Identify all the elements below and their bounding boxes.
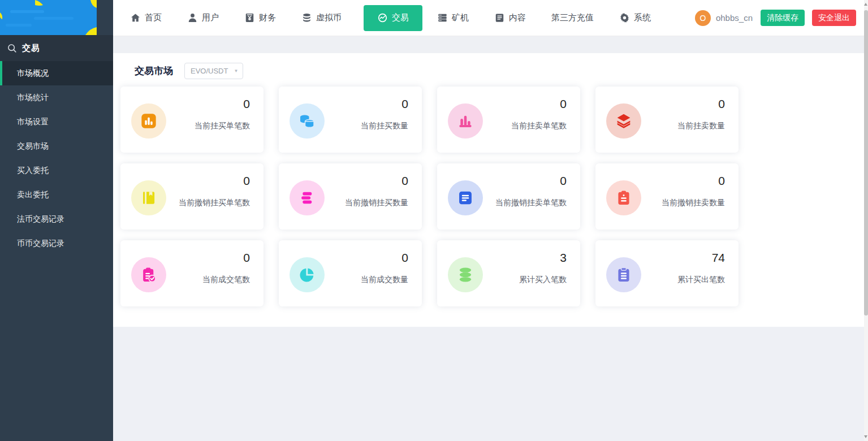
sidebar-section-header: 交易 bbox=[0, 35, 113, 61]
stat-label: 当前挂卖单笔数 bbox=[511, 121, 567, 131]
sidebar-item-trade-market[interactable]: 交易市场 bbox=[0, 134, 113, 158]
top-navbar: 首页 用户 财务 虚拟币 交易 bbox=[113, 0, 864, 36]
pie-chart-icon-circle bbox=[290, 257, 325, 292]
stat-value: 0 bbox=[511, 97, 567, 111]
logout-button[interactable]: 安全退出 bbox=[812, 10, 856, 26]
gear-icon bbox=[619, 12, 630, 23]
nav-item-user[interactable]: 用户 bbox=[187, 12, 219, 23]
admin-dashboard: 交易 市场概况 市场统计 市场设置 交易市场 买入委托 卖出委托 法币交易记录 … bbox=[0, 0, 868, 441]
stat-label: 当前撤销挂买数量 bbox=[345, 198, 408, 208]
layers-icon bbox=[615, 112, 633, 130]
page-title: 交易市场 bbox=[135, 64, 173, 77]
sidebar-item-market-overview[interactable]: 市场概况 bbox=[0, 61, 113, 85]
document-icon bbox=[456, 189, 474, 207]
logo-image bbox=[0, 0, 97, 35]
sidebar-item-buy-orders[interactable]: 买入委托 bbox=[0, 158, 113, 183]
scrollbar-thumb[interactable] bbox=[864, 10, 868, 315]
nav-item-trade[interactable]: 交易 bbox=[364, 5, 422, 31]
market-select[interactable]: EVO/USDT ▼ bbox=[184, 63, 243, 79]
stat-card-pending-buy-orders: 0 当前挂买单笔数 bbox=[120, 87, 264, 153]
bar-chart-square-icon bbox=[140, 112, 158, 130]
nav-item-label: 首页 bbox=[145, 12, 162, 23]
nav-item-label: 系统 bbox=[634, 12, 651, 23]
clipboard-lines-icon-circle bbox=[606, 257, 641, 292]
stat-card-cancelled-buy-orders: 0 当前撤销挂买单笔数 bbox=[120, 163, 264, 230]
bar-chart-icon-circle bbox=[448, 103, 483, 139]
scroll-up-arrow-icon[interactable] bbox=[864, 3, 867, 6]
pie-chart-icon bbox=[298, 266, 316, 284]
nav-item-home[interactable]: 首页 bbox=[130, 12, 162, 23]
database-icon bbox=[456, 266, 474, 284]
book-icon bbox=[140, 189, 158, 207]
market-panel: 交易市场 EVO/USDT ▼ 0 当前挂买单笔数 bbox=[113, 53, 864, 327]
nav-item-virtual-coin[interactable]: 虚拟币 bbox=[301, 12, 342, 23]
stat-label: 累计买入笔数 bbox=[519, 275, 567, 285]
logo[interactable] bbox=[0, 0, 97, 35]
content-top-band bbox=[113, 36, 864, 53]
nav-item-label: 第三方充值 bbox=[551, 12, 594, 23]
stat-card-total-buy-trades: 3 累计买入笔数 bbox=[437, 240, 580, 306]
nav-item-content[interactable]: 内容 bbox=[494, 12, 526, 23]
clipboard-check-icon bbox=[140, 266, 158, 284]
scroll-down-arrow-icon[interactable] bbox=[864, 435, 867, 438]
stat-card-completed-trades: 0 当前成交笔数 bbox=[120, 240, 264, 306]
stat-label: 当前撤销挂卖数量 bbox=[662, 198, 725, 208]
navbar-right: O ohbbs_cn 清除缓存 安全退出 bbox=[695, 10, 856, 26]
clipboard-check-icon-circle bbox=[131, 257, 166, 292]
stat-label: 当前成交数量 bbox=[361, 275, 408, 285]
clipboard-icon-circle bbox=[606, 180, 641, 215]
sidebar-item-coin-trade-records[interactable]: 币币交易记录 bbox=[0, 231, 113, 256]
nav-item-label: 交易 bbox=[392, 12, 409, 23]
stat-value: 0 bbox=[179, 174, 250, 188]
stat-card-completed-amount: 0 当前成交数量 bbox=[279, 240, 422, 306]
username[interactable]: ohbbs_cn bbox=[716, 13, 753, 23]
avatar[interactable]: O bbox=[695, 10, 711, 26]
bar-chart-square-icon-circle bbox=[131, 103, 166, 139]
nav-item-label: 财务 bbox=[259, 12, 276, 23]
stat-label: 累计买出笔数 bbox=[677, 275, 725, 285]
document-icon-circle bbox=[448, 180, 483, 215]
stat-value: 0 bbox=[195, 97, 250, 111]
sidebar-item-market-settings[interactable]: 市场设置 bbox=[0, 110, 113, 134]
stat-card-pending-sell-orders: 0 当前挂卖单笔数 bbox=[437, 87, 580, 153]
trade-icon bbox=[377, 12, 388, 23]
nav-item-miner[interactable]: 矿机 bbox=[437, 12, 469, 23]
sidebar: 交易 市场概况 市场统计 市场设置 交易市场 买入委托 卖出委托 法币交易记录 … bbox=[0, 0, 113, 441]
stat-card-total-sell-trades: 74 累计买出笔数 bbox=[595, 240, 739, 306]
stat-value: 0 bbox=[677, 97, 725, 111]
nav-item-finance[interactable]: 财务 bbox=[244, 12, 276, 23]
rows-icon bbox=[298, 189, 316, 207]
clipboard-lines-icon bbox=[615, 266, 633, 284]
stat-card-cancelled-sell-amount: 0 当前撤销挂卖数量 bbox=[595, 163, 739, 230]
search-icon bbox=[7, 43, 18, 54]
stat-label: 当前挂卖数量 bbox=[677, 121, 725, 131]
sidebar-item-sell-orders[interactable]: 卖出委托 bbox=[0, 183, 113, 207]
scrollbar[interactable] bbox=[864, 0, 868, 441]
sidebar-menu: 市场概况 市场统计 市场设置 交易市场 买入委托 卖出委托 法币交易记录 币币交… bbox=[0, 61, 113, 256]
nav-item-label: 虚拟币 bbox=[316, 12, 342, 23]
book-icon-circle bbox=[131, 180, 166, 215]
clear-cache-button[interactable]: 清除缓存 bbox=[761, 10, 805, 26]
stat-label: 当前撤销挂卖单笔数 bbox=[495, 198, 567, 208]
stat-label: 当前撤销挂买单笔数 bbox=[179, 198, 250, 208]
stat-value: 0 bbox=[345, 174, 408, 188]
market-select-value: EVO/USDT bbox=[191, 67, 228, 75]
sidebar-item-fiat-trade-records[interactable]: 法币交易记录 bbox=[0, 207, 113, 231]
stat-value: 0 bbox=[495, 174, 567, 188]
stat-value: 0 bbox=[662, 174, 725, 188]
layers-icon-circle bbox=[606, 103, 641, 139]
stat-value: 3 bbox=[519, 251, 567, 265]
nav-item-system[interactable]: 系统 bbox=[619, 12, 651, 23]
stat-label: 当前挂买数量 bbox=[361, 121, 408, 131]
nav-item-label: 矿机 bbox=[452, 12, 469, 23]
chevron-down-icon: ▼ bbox=[234, 68, 238, 74]
stat-card-pending-sell-amount: 0 当前挂卖数量 bbox=[595, 87, 739, 153]
coins-stack-icon-circle bbox=[290, 103, 325, 139]
bar-chart-icon bbox=[456, 112, 474, 130]
nav-item-third-party-recharge[interactable]: 第三方充值 bbox=[551, 12, 594, 23]
clipboard-icon bbox=[615, 189, 633, 207]
stat-value: 74 bbox=[677, 251, 725, 265]
stat-label: 当前挂买单笔数 bbox=[195, 121, 250, 131]
sidebar-section-title: 交易 bbox=[22, 43, 40, 54]
sidebar-item-market-stats[interactable]: 市场统计 bbox=[0, 85, 113, 110]
